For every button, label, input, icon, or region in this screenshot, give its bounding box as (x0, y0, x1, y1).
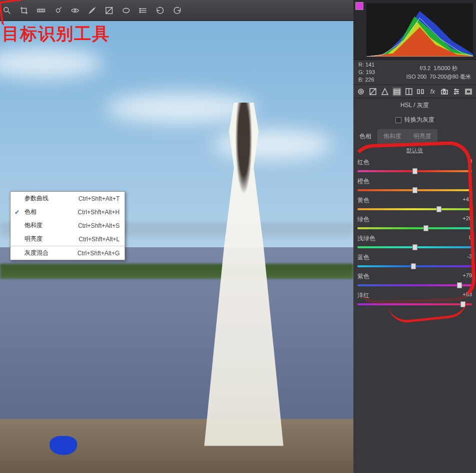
menu-item-shortcut: Ctrl+Shft+Alt+S (78, 222, 120, 229)
split-tone-icon[interactable] (404, 87, 413, 96)
redo-icon[interactable] (172, 6, 182, 16)
menu-item-label: 明亮度 (25, 235, 43, 243)
menu-item-luminance[interactable]: 明亮度 Ctrl+Shft+Alt+L (11, 232, 125, 246)
menu-item-shortcut: Ctrl+Shft+Alt+G (78, 250, 120, 257)
menu-item-label: 参数曲线 (25, 194, 49, 203)
slider-value: -3 (467, 253, 472, 262)
svg-rect-37 (466, 90, 470, 93)
slider-thumb[interactable] (436, 206, 441, 212)
menu-item-label: 色相 (25, 208, 37, 216)
svg-rect-20 (394, 89, 400, 91)
panel-iconbar: fx (353, 85, 476, 98)
slider-label: 紫色 (357, 272, 369, 281)
basic-icon[interactable] (356, 87, 365, 96)
context-menu: 参数曲线 Ctrl+Shft+Alt+T ✓ 色相 Ctrl+Shft+Alt+… (10, 191, 125, 260)
slider-track[interactable] (357, 225, 472, 232)
default-link[interactable]: 默认值 (353, 144, 476, 156)
slider-row: 浅绿色0 (356, 232, 473, 251)
checkbox-icon[interactable] (395, 117, 401, 123)
slider-label: 黄色 (357, 196, 369, 205)
slider-thumb[interactable] (457, 282, 462, 288)
slider-value: 0 (469, 177, 472, 186)
check-icon: ✓ (15, 209, 20, 216)
slider-track[interactable] (357, 263, 472, 270)
main-editor-area: 目标识别工具 参数曲线 Ctrl+Shft+Alt+T ✓ 色相 Ctrl+Sh… (0, 0, 353, 473)
rgb-readout: R: 141 G: 193 B: 226 (358, 61, 375, 84)
slider-thumb[interactable] (423, 225, 428, 231)
svg-point-18 (360, 91, 362, 93)
slider-row: 洋红+83 (356, 289, 473, 308)
annotation-label: 目标识别工具 (2, 23, 110, 46)
svg-point-17 (358, 89, 363, 94)
menu-item-label: 饱和度 (25, 221, 43, 230)
slider-row: 红色0 (356, 156, 473, 175)
slider-track[interactable] (357, 282, 472, 289)
slider-value: +83 (462, 291, 472, 300)
slider-thumb[interactable] (412, 187, 417, 193)
hsl-icon[interactable] (392, 87, 401, 96)
slider-value: 0 (469, 234, 472, 243)
slider-track[interactable] (357, 168, 472, 175)
svg-point-14 (140, 8, 141, 9)
menu-item-shortcut: Ctrl+Shft+Alt+T (79, 195, 120, 202)
svg-point-15 (140, 10, 141, 11)
histogram[interactable] (353, 0, 476, 60)
slider-row: 蓝色-3 (356, 251, 473, 270)
tone-curve-icon[interactable] (368, 87, 377, 96)
slider-label: 红色 (357, 158, 369, 167)
hsl-tabs: 色相 饱和度 明亮度 (353, 129, 476, 144)
slider-thumb[interactable] (412, 168, 417, 174)
top-toolbar (0, 0, 353, 21)
menu-item-saturation[interactable]: 饱和度 Ctrl+Shft+Alt+S (11, 219, 125, 232)
slider-track[interactable] (357, 206, 472, 213)
svg-point-10 (123, 8, 130, 13)
spot-icon[interactable] (53, 6, 63, 16)
sample-swatch (355, 2, 363, 10)
annotation-corner-mark (0, 0, 26, 26)
fx-icon[interactable]: fx (428, 87, 437, 96)
svg-rect-29 (443, 89, 445, 90)
detail-icon[interactable] (380, 87, 389, 96)
slider-label: 蓝色 (357, 253, 369, 262)
menu-item-shortcut: Ctrl+Shft+Alt+H (78, 209, 120, 216)
slider-track[interactable] (357, 187, 472, 194)
slider-row: 绿色+20 (356, 213, 473, 232)
slider-row: 紫色+79 (356, 270, 473, 289)
svg-point-7 (74, 10, 76, 12)
camera-icon[interactable] (440, 87, 449, 96)
slider-track[interactable] (357, 301, 472, 308)
slider-value: 0 (469, 158, 472, 167)
svg-rect-21 (394, 91, 400, 93)
tab-hue[interactable]: 色相 (353, 129, 377, 144)
radial-icon[interactable] (121, 6, 131, 16)
svg-line-9 (106, 7, 113, 14)
slider-label: 橙色 (357, 177, 369, 186)
undo-icon[interactable] (155, 6, 165, 16)
grayscale-row[interactable]: 转换为灰度 (353, 113, 476, 129)
gradient-icon[interactable] (104, 6, 114, 16)
menu-item-hue[interactable]: ✓ 色相 Ctrl+Shft+Alt+H (11, 205, 125, 219)
presets-icon[interactable] (452, 87, 461, 96)
exif-readout: f/3.2 1/5000 秒 ISO 200 70-200@80 毫米 (406, 64, 471, 81)
slider-thumb[interactable] (411, 263, 416, 269)
slider-thumb[interactable] (412, 244, 417, 250)
slider-row: 黄色+42 (356, 194, 473, 213)
menu-item-parametric-curve[interactable]: 参数曲线 Ctrl+Shft+Alt+T (11, 192, 125, 205)
eye-icon[interactable] (70, 6, 80, 16)
list-icon[interactable] (138, 6, 148, 16)
brush-icon[interactable] (87, 6, 97, 16)
slider-value: +20 (462, 215, 472, 224)
slider-track[interactable] (357, 244, 472, 251)
histogram-body (366, 3, 473, 57)
snapshot-icon[interactable] (464, 87, 473, 96)
info-readout: R: 141 G: 193 B: 226 f/3.2 1/5000 秒 ISO … (353, 60, 476, 85)
sliders-container: 红色0橙色0黄色+42绿色+20浅绿色0蓝色-3紫色+79洋红+83 (353, 156, 476, 308)
slider-thumb[interactable] (460, 301, 465, 307)
tab-luminance[interactable]: 明亮度 (407, 129, 437, 144)
menu-item-shortcut: Ctrl+Shft+Alt+L (79, 236, 120, 243)
svg-point-16 (140, 12, 141, 13)
lens-icon[interactable] (416, 87, 425, 96)
tab-saturation[interactable]: 饱和度 (377, 129, 407, 144)
menu-item-grayscale-mix[interactable]: 灰度混合 Ctrl+Shft+Alt+G (11, 246, 125, 260)
straighten-icon[interactable] (36, 6, 46, 16)
